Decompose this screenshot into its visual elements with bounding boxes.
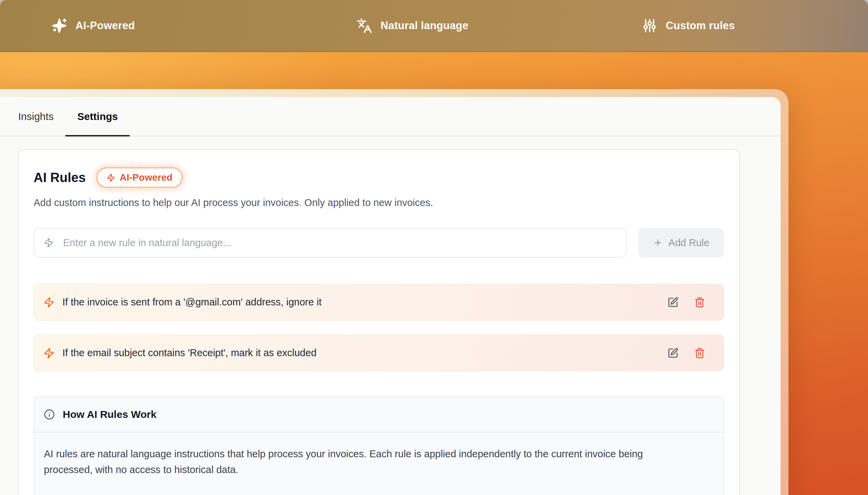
info-header: How AI Rules Work — [34, 397, 723, 433]
languages-icon — [357, 18, 372, 34]
info-icon — [44, 409, 55, 420]
rule-input[interactable] — [62, 237, 617, 249]
new-rule-row: Add Rule — [34, 228, 724, 257]
card-description: Add custom instructions to help our AI p… — [34, 197, 724, 208]
rule-actions — [667, 348, 714, 359]
info-title: How AI Rules Work — [63, 409, 156, 420]
edit-icon[interactable] — [667, 297, 678, 308]
feature-ai-powered: AI-Powered — [51, 0, 135, 51]
feature-label: AI-Powered — [75, 20, 135, 32]
tab-bar: Insights Settings — [0, 97, 781, 136]
card-header: AI Rules AI-Powered — [34, 168, 724, 188]
screen: AI-Powered Natural language Custom rules… — [0, 0, 868, 495]
tab-label: Settings — [77, 111, 118, 122]
feature-label: Natural language — [381, 20, 468, 32]
add-rule-label: Add Rule — [668, 237, 709, 249]
rule-text: If the email subject contains 'Receipt',… — [62, 347, 316, 359]
settings-panel: AI Rules AI-Powered Add custom instructi… — [0, 136, 781, 495]
app-window-content: Insights Settings AI Rules AI-Powered — [0, 97, 781, 495]
ai-rules-card: AI Rules AI-Powered Add custom instructi… — [18, 149, 740, 495]
trash-icon[interactable] — [694, 297, 705, 308]
feature-natural-language: Natural language — [357, 0, 468, 51]
rule-row: If the invoice is sent from a '@gmail.co… — [34, 284, 724, 321]
app-window: Insights Settings AI Rules AI-Powered — [0, 89, 788, 495]
rule-row: If the email subject contains 'Receipt',… — [34, 335, 724, 371]
zap-icon — [107, 173, 115, 182]
sliders-icon — [642, 18, 658, 34]
rule-actions — [667, 297, 714, 308]
zap-icon — [44, 297, 55, 308]
info-body: AI rules are natural language instructio… — [34, 433, 686, 495]
rule-text: If the invoice is sent from a '@gmail.co… — [62, 297, 322, 308]
rules-list: If the invoice is sent from a '@gmail.co… — [34, 284, 724, 371]
feature-custom-rules: Custom rules — [642, 0, 735, 51]
plus-icon — [653, 238, 663, 248]
rule-input-field — [34, 228, 627, 257]
feature-label: Custom rules — [666, 20, 735, 32]
feature-banner: AI-Powered Natural language Custom rules — [0, 0, 868, 52]
zap-icon — [44, 238, 54, 248]
sparkles-icon — [51, 18, 67, 34]
tab-settings[interactable]: Settings — [65, 97, 130, 136]
tab-insights[interactable]: Insights — [18, 97, 53, 136]
card-title: AI Rules — [34, 170, 86, 185]
badge-label: AI-Powered — [120, 172, 172, 183]
edit-icon[interactable] — [667, 348, 678, 359]
add-rule-button[interactable]: Add Rule — [638, 228, 724, 257]
ai-powered-badge: AI-Powered — [97, 168, 182, 188]
zap-icon — [44, 348, 55, 359]
how-ai-rules-work-box: How AI Rules Work AI rules are natural l… — [34, 396, 724, 495]
tab-label: Insights — [18, 111, 53, 122]
trash-icon[interactable] — [694, 348, 705, 359]
